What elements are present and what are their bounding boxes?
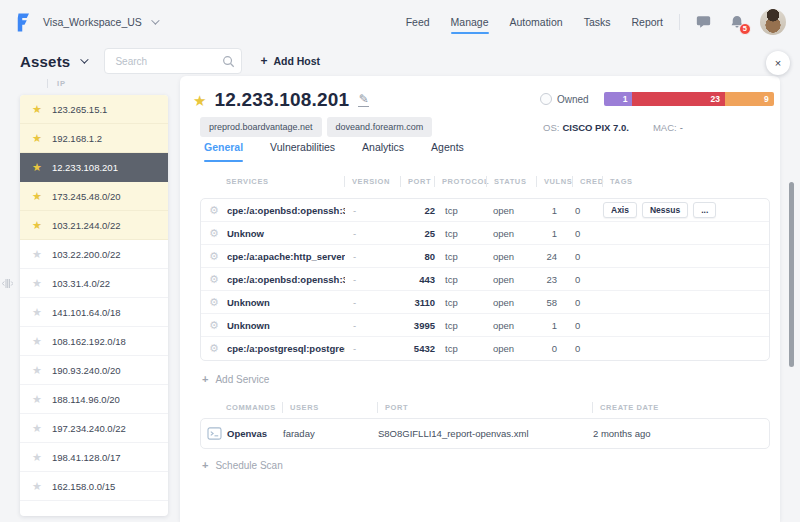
tag-button[interactable]: Axis (603, 202, 637, 219)
scrollbar-thumb[interactable] (789, 182, 794, 367)
host-star-icon[interactable]: ★ (193, 93, 206, 108)
sidebar-ip-row[interactable]: ★ 173.245.48.0/20 (20, 182, 168, 211)
nav-item[interactable]: Manage (451, 10, 489, 34)
services-table: ⚙ cpe:/a:openbsd:openssh:3.4p1 - 22 tcp … (200, 198, 770, 361)
chat-button[interactable] (696, 15, 711, 29)
service-vulns-count: 1 (537, 205, 573, 216)
col-protocol: PROTOCOL (434, 176, 486, 187)
service-vulns-count: 1 (537, 320, 573, 331)
panel-resize-handle[interactable] (2, 276, 13, 294)
star-icon[interactable]: ★ (32, 423, 42, 434)
service-row[interactable]: ⚙ Unknown - 3995 tcp open 1 0 (201, 314, 769, 337)
edit-ip-icon[interactable]: ✎ (358, 93, 369, 108)
sidebar-ip-row[interactable]: ★ 123.265.15.1 (20, 95, 168, 124)
sidebar-ip-row[interactable]: ★ 141.101.64.0/18 (20, 298, 168, 327)
star-icon[interactable]: ★ (32, 394, 42, 405)
nav-item[interactable]: Feed (406, 10, 430, 34)
gear-icon: ⚙ (201, 205, 227, 216)
sidebar-ip-row[interactable]: ★ 188.114.96.0/20 (20, 385, 168, 414)
star-icon[interactable]: ★ (32, 191, 42, 202)
star-icon[interactable]: ★ (32, 336, 42, 347)
star-icon[interactable]: ★ (32, 249, 42, 260)
host-detail-panel: ★ 12.233.108.201 ✎ Owned 1 23 9 (180, 76, 780, 522)
notification-badge: 5 (739, 23, 751, 35)
service-vulns-count: 0 (537, 343, 573, 354)
star-icon[interactable]: ★ (32, 307, 42, 318)
nav-item[interactable]: Report (631, 10, 663, 34)
detail-tab[interactable]: General (204, 136, 243, 162)
topbar-right: Feed Manage Automation Tasks Report (406, 9, 786, 35)
col-status: STATUS (486, 176, 536, 187)
star-icon[interactable]: ★ (32, 452, 42, 463)
ip-label: 103.21.244.0/22 (52, 220, 121, 231)
more-tags-button[interactable]: ... (693, 202, 716, 219)
schedule-scan-button[interactable]: + Schedule Scan (202, 459, 283, 471)
assets-chevron-icon[interactable] (81, 55, 89, 63)
hostname-pill[interactable]: preprod.boardvantage.net (200, 117, 322, 137)
service-protocol: tcp (435, 205, 487, 216)
star-icon[interactable]: ★ (32, 133, 42, 144)
sidebar-ip-row[interactable]: ★ 197.234.240.0/22 (20, 414, 168, 443)
faraday-logo-icon[interactable] (14, 13, 29, 32)
service-row[interactable]: ⚙ cpe:/a:apache:http_server:1.3.27 - 80 … (201, 245, 769, 268)
severity-segment: 9 (725, 92, 774, 106)
detail-tab[interactable]: Agents (431, 136, 464, 162)
sidebar-ip-row[interactable]: ★ 108.162.192.0/18 (20, 327, 168, 356)
service-vulns-count: 24 (537, 251, 573, 262)
add-service-button[interactable]: + Add Service (202, 373, 269, 385)
star-icon[interactable]: ★ (32, 162, 42, 173)
sidebar-ip-row[interactable]: ★ 103.21.244.0/22 (20, 211, 168, 240)
plus-icon: + (260, 54, 267, 68)
detail-tab[interactable]: Vulnerabilities (270, 136, 335, 162)
service-protocol: tcp (435, 251, 487, 262)
star-icon[interactable]: ★ (32, 104, 42, 115)
sidebar-ip-row[interactable]: ★ 103.22.200.0/22 (20, 240, 168, 269)
workspace-selector[interactable]: Visa_Workspace_US (43, 16, 157, 28)
ip-column-label: IP (47, 79, 66, 88)
service-row[interactable]: ⚙ cpe:/a:postgresql:postgresql - 5432 tc… (201, 337, 769, 360)
owned-radio[interactable] (540, 93, 552, 105)
user-avatar[interactable] (760, 9, 786, 35)
service-version: - (345, 297, 401, 308)
sidebar-ip-row[interactable]: ★ 12.233.108.201 (20, 153, 168, 182)
gear-icon: ⚙ (201, 297, 227, 308)
sidebar-ip-row[interactable]: ★ 192.168.1.2 (20, 124, 168, 153)
tab-label: Analytics (362, 141, 404, 153)
service-row[interactable]: ⚙ Unknow - 25 tcp open 1 0 (201, 222, 769, 245)
sidebar-ip-row[interactable]: ★ 198.41.128.0/17 (20, 443, 168, 472)
star-icon[interactable]: ★ (32, 481, 42, 492)
ip-label: 197.234.240.0/22 (52, 423, 126, 434)
service-name: cpe:/a:postgresql:postgresql (227, 343, 345, 354)
notifications-button[interactable]: 5 (730, 15, 744, 30)
sidebar-ip-row[interactable]: ★ 103.31.4.0/22 (20, 269, 168, 298)
command-row[interactable]: Openvas faraday S8O8GIFLLI14_report-open… (201, 419, 769, 448)
service-cred-count: 0 (573, 297, 603, 308)
owned-toggle[interactable]: Owned (540, 93, 589, 105)
tag-button[interactable]: Nessus (642, 202, 688, 219)
service-protocol: tcp (435, 297, 487, 308)
nav-item-label: Manage (451, 16, 489, 28)
detail-tab[interactable]: Analytics (362, 136, 404, 162)
sidebar-ip-row[interactable]: ★ 190.93.240.0/20 (20, 356, 168, 385)
star-icon[interactable]: ★ (32, 278, 42, 289)
star-icon[interactable]: ★ (32, 220, 42, 231)
hostname-pill[interactable]: doveand.forearm.com (327, 117, 433, 137)
divider (679, 14, 680, 30)
gear-icon: ⚙ (201, 228, 227, 239)
command-create-date: 2 months ago (593, 428, 769, 439)
star-icon[interactable]: ★ (32, 365, 42, 376)
service-cred-count: 0 (573, 274, 603, 285)
service-row[interactable]: ⚙ cpe:/a:openbsd:openssh:3.4p1 - 22 tcp … (201, 199, 769, 222)
ip-label: 188.114.96.0/20 (52, 394, 120, 405)
service-row[interactable]: ⚙ Unknown - 3110 tcp open 58 0 (201, 291, 769, 314)
severity-segment: 1 (604, 92, 633, 106)
close-detail-button[interactable]: × (766, 51, 790, 75)
nav-item[interactable]: Tasks (584, 10, 611, 34)
service-status: open (487, 251, 537, 262)
host-title-row: ★ 12.233.108.201 ✎ (193, 87, 369, 113)
service-row[interactable]: ⚙ cpe:/a:openbsd:openssh:3.4p1 - 443 tcp… (201, 268, 769, 291)
os-label: OS: (543, 122, 559, 133)
sidebar-ip-row[interactable]: ★ 162.158.0.0/15 (20, 472, 168, 501)
nav-item[interactable]: Automation (510, 10, 563, 34)
add-host-button[interactable]: + Add Host (260, 54, 320, 68)
